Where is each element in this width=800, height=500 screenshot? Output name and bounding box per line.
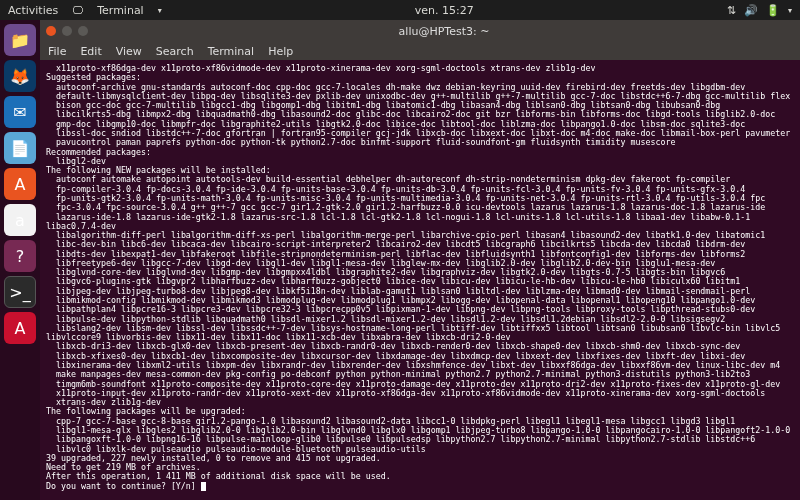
window-title: allu@HPTest3: ~ [94, 25, 794, 38]
network-icon: ⇅ [727, 4, 736, 17]
dock-terminal[interactable]: >_ [4, 276, 36, 308]
menu-terminal[interactable]: Terminal [208, 45, 255, 58]
ubuntu-dock: 📁 🦊 ✉ 📄 A a ? >_ A [0, 20, 40, 500]
dock-thunderbird[interactable]: ✉ [4, 96, 36, 128]
system-status-area[interactable]: ⇅ 🔊 🔋 ▾ [727, 4, 792, 17]
terminal-menubar: File Edit View Search Terminal Help [40, 42, 800, 60]
dock-document[interactable]: 📄 [4, 132, 36, 164]
terminal-cursor [201, 482, 206, 491]
battery-icon: 🔋 [766, 4, 780, 17]
dock-help[interactable]: ? [4, 240, 36, 272]
menu-search[interactable]: Search [156, 45, 194, 58]
gnome-topbar: Activities 🖵 Terminal ▾ ven. 15:27 ⇅ 🔊 🔋… [0, 0, 800, 20]
clock[interactable]: ven. 15:27 [162, 4, 727, 17]
dock-amazon[interactable]: a [4, 204, 36, 236]
activities-button[interactable]: Activities [8, 4, 58, 17]
status-menu-arrow: ▾ [788, 6, 792, 15]
terminal-output[interactable]: x11proto-xf86dga-dev x11proto-xf86vidmod… [40, 60, 800, 500]
menu-file[interactable]: File [48, 45, 66, 58]
topbar-app-name[interactable]: Terminal [97, 4, 144, 17]
dock-app-red[interactable]: A [4, 312, 36, 344]
minimize-icon[interactable] [62, 26, 72, 36]
menu-view[interactable]: View [116, 45, 142, 58]
maximize-icon[interactable] [78, 26, 88, 36]
menu-help[interactable]: Help [268, 45, 293, 58]
volume-icon: 🔊 [744, 4, 758, 17]
terminal-window: allu@HPTest3: ~ File Edit View Search Te… [40, 20, 800, 500]
menu-edit[interactable]: Edit [80, 45, 101, 58]
dock-firefox[interactable]: 🦊 [4, 60, 36, 92]
window-titlebar[interactable]: allu@HPTest3: ~ [40, 20, 800, 42]
dock-files[interactable]: 📁 [4, 24, 36, 56]
topbar-app-icon: 🖵 [72, 4, 83, 17]
dock-software[interactable]: A [4, 168, 36, 200]
close-icon[interactable] [46, 26, 56, 36]
